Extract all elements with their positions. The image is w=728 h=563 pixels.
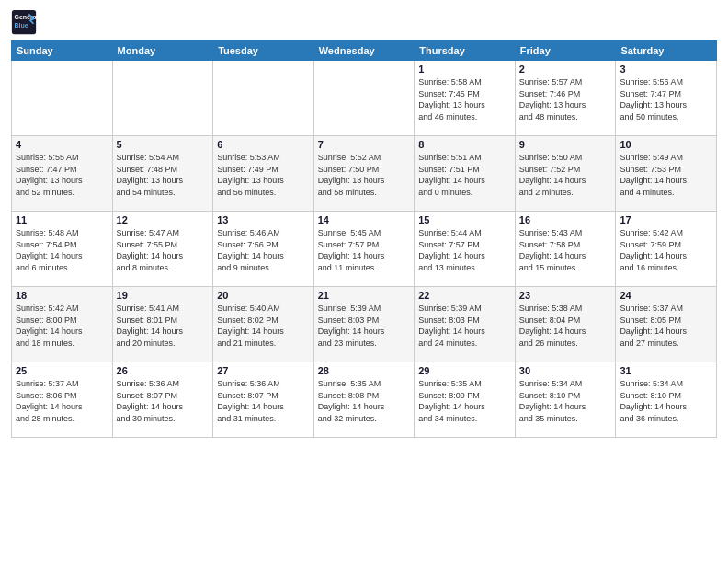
header-monday: Monday — [112, 41, 213, 61]
table-row: 10Sunrise: 5:49 AM Sunset: 7:53 PM Dayli… — [616, 136, 717, 212]
calendar-table: Sunday Monday Tuesday Wednesday Thursday… — [11, 40, 717, 438]
day-number: 15 — [418, 214, 511, 225]
day-number: 27 — [217, 365, 310, 376]
table-row: 4Sunrise: 5:55 AM Sunset: 7:47 PM Daylig… — [12, 136, 113, 212]
day-info: Sunrise: 5:39 AM Sunset: 8:03 PM Dayligh… — [318, 303, 411, 349]
day-number: 24 — [620, 290, 712, 301]
day-number: 23 — [519, 290, 612, 301]
day-number: 18 — [16, 290, 108, 301]
table-row: 2Sunrise: 5:57 AM Sunset: 7:46 PM Daylig… — [515, 61, 616, 136]
weekday-header-row: Sunday Monday Tuesday Wednesday Thursday… — [12, 41, 717, 61]
table-row: 28Sunrise: 5:35 AM Sunset: 8:08 PM Dayli… — [313, 362, 415, 438]
calendar-week-row: 18Sunrise: 5:42 AM Sunset: 8:00 PM Dayli… — [12, 287, 717, 362]
table-row — [313, 61, 415, 136]
calendar-week-row: 25Sunrise: 5:37 AM Sunset: 8:06 PM Dayli… — [12, 362, 717, 438]
header-wednesday: Wednesday — [313, 41, 415, 61]
header-saturday: Saturday — [616, 41, 717, 61]
day-info: Sunrise: 5:47 AM Sunset: 7:55 PM Dayligh… — [117, 227, 210, 273]
header-tuesday: Tuesday — [213, 41, 314, 61]
table-row: 13Sunrise: 5:46 AM Sunset: 7:56 PM Dayli… — [213, 212, 314, 287]
day-number: 29 — [418, 365, 511, 376]
day-number: 28 — [318, 365, 411, 376]
day-info: Sunrise: 5:38 AM Sunset: 8:04 PM Dayligh… — [519, 303, 612, 349]
day-number: 11 — [16, 214, 108, 225]
day-info: Sunrise: 5:36 AM Sunset: 8:07 PM Dayligh… — [217, 378, 310, 424]
day-number: 25 — [16, 365, 108, 376]
table-row: 16Sunrise: 5:43 AM Sunset: 7:58 PM Dayli… — [515, 212, 616, 287]
table-row: 7Sunrise: 5:52 AM Sunset: 7:50 PM Daylig… — [313, 136, 415, 212]
day-info: Sunrise: 5:58 AM Sunset: 7:45 PM Dayligh… — [418, 76, 511, 122]
day-number: 7 — [318, 139, 411, 150]
table-row: 11Sunrise: 5:48 AM Sunset: 7:54 PM Dayli… — [12, 212, 113, 287]
table-row: 23Sunrise: 5:38 AM Sunset: 8:04 PM Dayli… — [515, 287, 616, 362]
day-number: 4 — [16, 139, 108, 150]
day-info: Sunrise: 5:40 AM Sunset: 8:02 PM Dayligh… — [217, 303, 310, 349]
day-info: Sunrise: 5:41 AM Sunset: 8:01 PM Dayligh… — [117, 303, 210, 349]
day-info: Sunrise: 5:42 AM Sunset: 7:59 PM Dayligh… — [620, 227, 712, 273]
table-row: 18Sunrise: 5:42 AM Sunset: 8:00 PM Dayli… — [12, 287, 113, 362]
table-row: 30Sunrise: 5:34 AM Sunset: 8:10 PM Dayli… — [515, 362, 616, 438]
day-info: Sunrise: 5:37 AM Sunset: 8:05 PM Dayligh… — [620, 303, 712, 349]
table-row: 9Sunrise: 5:50 AM Sunset: 7:52 PM Daylig… — [515, 136, 616, 212]
logo-icon: General Blue — [11, 9, 37, 35]
page-header: General Blue — [11, 9, 717, 35]
day-number: 5 — [117, 139, 210, 150]
day-info: Sunrise: 5:34 AM Sunset: 8:10 PM Dayligh… — [620, 378, 712, 424]
day-number: 16 — [519, 214, 612, 225]
day-number: 14 — [318, 214, 411, 225]
day-info: Sunrise: 5:52 AM Sunset: 7:50 PM Dayligh… — [318, 152, 411, 198]
day-number: 21 — [318, 290, 411, 301]
day-info: Sunrise: 5:35 AM Sunset: 8:08 PM Dayligh… — [318, 378, 411, 424]
table-row: 19Sunrise: 5:41 AM Sunset: 8:01 PM Dayli… — [112, 287, 213, 362]
logo: General Blue — [11, 9, 40, 35]
table-row: 1Sunrise: 5:58 AM Sunset: 7:45 PM Daylig… — [415, 61, 516, 136]
table-row: 5Sunrise: 5:54 AM Sunset: 7:48 PM Daylig… — [112, 136, 213, 212]
day-info: Sunrise: 5:34 AM Sunset: 8:10 PM Dayligh… — [519, 378, 612, 424]
day-number: 2 — [519, 63, 612, 75]
day-number: 17 — [620, 214, 712, 225]
day-info: Sunrise: 5:45 AM Sunset: 7:57 PM Dayligh… — [318, 227, 411, 273]
day-number: 8 — [418, 139, 511, 150]
day-number: 10 — [620, 139, 712, 150]
day-info: Sunrise: 5:48 AM Sunset: 7:54 PM Dayligh… — [16, 227, 108, 273]
day-number: 6 — [217, 139, 310, 150]
calendar-week-row: 4Sunrise: 5:55 AM Sunset: 7:47 PM Daylig… — [12, 136, 717, 212]
day-info: Sunrise: 5:53 AM Sunset: 7:49 PM Dayligh… — [217, 152, 310, 198]
day-number: 26 — [117, 365, 210, 376]
calendar-week-row: 1Sunrise: 5:58 AM Sunset: 7:45 PM Daylig… — [12, 61, 717, 136]
table-row: 26Sunrise: 5:36 AM Sunset: 8:07 PM Dayli… — [112, 362, 213, 438]
day-number: 19 — [117, 290, 210, 301]
day-info: Sunrise: 5:49 AM Sunset: 7:53 PM Dayligh… — [620, 152, 712, 198]
day-info: Sunrise: 5:43 AM Sunset: 7:58 PM Dayligh… — [519, 227, 612, 273]
day-info: Sunrise: 5:36 AM Sunset: 8:07 PM Dayligh… — [117, 378, 210, 424]
day-number: 30 — [519, 365, 612, 376]
header-sunday: Sunday — [12, 41, 113, 61]
table-row: 6Sunrise: 5:53 AM Sunset: 7:49 PM Daylig… — [213, 136, 314, 212]
day-number: 22 — [418, 290, 511, 301]
day-info: Sunrise: 5:50 AM Sunset: 7:52 PM Dayligh… — [519, 152, 612, 198]
svg-text:Blue: Blue — [15, 22, 28, 29]
table-row: 25Sunrise: 5:37 AM Sunset: 8:06 PM Dayli… — [12, 362, 113, 438]
day-number: 3 — [620, 63, 712, 75]
table-row: 29Sunrise: 5:35 AM Sunset: 8:09 PM Dayli… — [415, 362, 516, 438]
day-info: Sunrise: 5:55 AM Sunset: 7:47 PM Dayligh… — [16, 152, 108, 198]
table-row: 8Sunrise: 5:51 AM Sunset: 7:51 PM Daylig… — [415, 136, 516, 212]
table-row — [12, 61, 113, 136]
day-info: Sunrise: 5:46 AM Sunset: 7:56 PM Dayligh… — [217, 227, 310, 273]
table-row — [112, 61, 213, 136]
header-thursday: Thursday — [415, 41, 516, 61]
table-row: 12Sunrise: 5:47 AM Sunset: 7:55 PM Dayli… — [112, 212, 213, 287]
table-row: 3Sunrise: 5:56 AM Sunset: 7:47 PM Daylig… — [616, 61, 717, 136]
day-info: Sunrise: 5:44 AM Sunset: 7:57 PM Dayligh… — [418, 227, 511, 273]
day-number: 9 — [519, 139, 612, 150]
table-row: 24Sunrise: 5:37 AM Sunset: 8:05 PM Dayli… — [616, 287, 717, 362]
day-info: Sunrise: 5:42 AM Sunset: 8:00 PM Dayligh… — [16, 303, 108, 349]
day-info: Sunrise: 5:56 AM Sunset: 7:47 PM Dayligh… — [620, 76, 712, 122]
day-info: Sunrise: 5:51 AM Sunset: 7:51 PM Dayligh… — [418, 152, 511, 198]
header-friday: Friday — [515, 41, 616, 61]
day-info: Sunrise: 5:37 AM Sunset: 8:06 PM Dayligh… — [16, 378, 108, 424]
table-row: 31Sunrise: 5:34 AM Sunset: 8:10 PM Dayli… — [616, 362, 717, 438]
day-number: 13 — [217, 214, 310, 225]
calendar-week-row: 11Sunrise: 5:48 AM Sunset: 7:54 PM Dayli… — [12, 212, 717, 287]
table-row: 17Sunrise: 5:42 AM Sunset: 7:59 PM Dayli… — [616, 212, 717, 287]
